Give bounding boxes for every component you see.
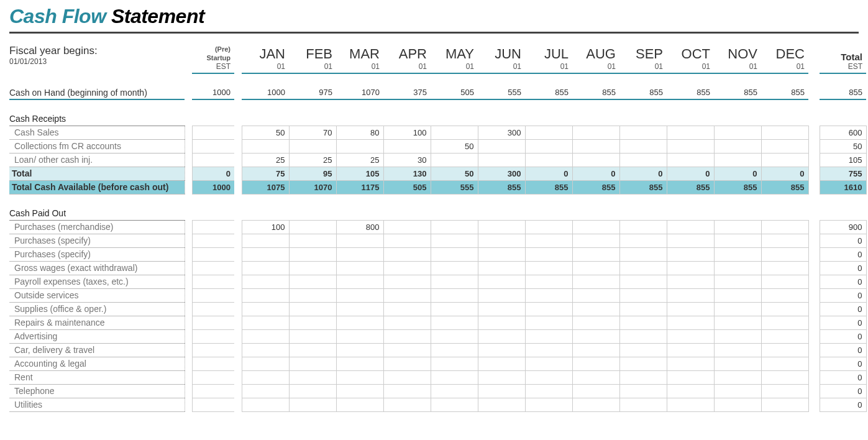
cell[interactable] <box>572 357 619 370</box>
cell[interactable] <box>289 139 336 153</box>
cell[interactable] <box>192 329 234 343</box>
cell-total[interactable]: 0 <box>820 288 866 302</box>
cell[interactable]: 25 <box>336 153 383 167</box>
cell[interactable] <box>761 288 808 302</box>
cell[interactable] <box>431 370 478 384</box>
cell[interactable] <box>619 357 667 370</box>
cell[interactable] <box>714 288 761 302</box>
cell[interactable] <box>336 261 383 275</box>
cell[interactable] <box>525 316 572 329</box>
cell[interactable] <box>478 139 525 153</box>
cell[interactable] <box>431 398 478 411</box>
cell[interactable] <box>383 343 431 357</box>
cell[interactable] <box>525 370 572 384</box>
cell[interactable] <box>761 329 808 343</box>
cell[interactable] <box>572 302 619 316</box>
cell[interactable] <box>714 343 761 357</box>
cell[interactable] <box>242 329 289 343</box>
cell[interactable] <box>478 288 525 302</box>
cell[interactable] <box>714 329 761 343</box>
cell[interactable] <box>289 288 336 302</box>
cell[interactable] <box>761 126 808 139</box>
cell[interactable] <box>667 247 714 261</box>
cell[interactable] <box>619 343 667 357</box>
cell[interactable] <box>431 220 478 234</box>
cell[interactable] <box>761 343 808 357</box>
cell[interactable] <box>192 302 234 316</box>
cell[interactable] <box>572 139 619 153</box>
cell[interactable] <box>242 384 289 398</box>
cell[interactable] <box>242 357 289 370</box>
cell-total[interactable]: 0 <box>820 234 866 247</box>
cell[interactable]: 70 <box>289 126 336 139</box>
cell[interactable] <box>242 370 289 384</box>
cell-total[interactable]: 0 <box>820 357 866 370</box>
cell[interactable] <box>572 343 619 357</box>
cell[interactable] <box>525 384 572 398</box>
cell[interactable] <box>192 370 234 384</box>
cell[interactable] <box>619 329 667 343</box>
cell[interactable] <box>289 302 336 316</box>
cell[interactable] <box>572 234 619 247</box>
cell[interactable] <box>619 234 667 247</box>
cell[interactable] <box>431 316 478 329</box>
cell-total[interactable]: 50 <box>820 139 866 153</box>
cell[interactable] <box>192 139 234 153</box>
cell[interactable] <box>667 329 714 343</box>
cell[interactable] <box>192 288 234 302</box>
cell[interactable]: 100 <box>383 126 431 139</box>
cell[interactable] <box>619 384 667 398</box>
cell[interactable] <box>761 398 808 411</box>
cell[interactable] <box>572 126 619 139</box>
cell[interactable] <box>714 153 761 167</box>
cell[interactable] <box>192 153 234 167</box>
cell[interactable] <box>383 220 431 234</box>
cell-total[interactable]: 600 <box>820 126 866 139</box>
cell[interactable] <box>619 139 667 153</box>
cell[interactable] <box>525 343 572 357</box>
cell[interactable] <box>383 370 431 384</box>
cell[interactable] <box>336 302 383 316</box>
cell[interactable] <box>289 234 336 247</box>
cell[interactable] <box>761 275 808 288</box>
cell[interactable] <box>289 220 336 234</box>
cell[interactable] <box>619 302 667 316</box>
cell[interactable] <box>619 126 667 139</box>
cell[interactable] <box>714 234 761 247</box>
cell[interactable] <box>242 234 289 247</box>
cell[interactable] <box>761 357 808 370</box>
cell[interactable] <box>336 370 383 384</box>
cell[interactable] <box>242 302 289 316</box>
cell[interactable] <box>383 316 431 329</box>
cell[interactable] <box>383 139 431 153</box>
cell[interactable] <box>431 275 478 288</box>
cell[interactable] <box>431 234 478 247</box>
cell[interactable] <box>431 384 478 398</box>
cell[interactable] <box>761 247 808 261</box>
cell[interactable] <box>667 316 714 329</box>
cell[interactable] <box>289 370 336 384</box>
cell[interactable] <box>478 153 525 167</box>
cell[interactable] <box>431 261 478 275</box>
cell[interactable] <box>383 302 431 316</box>
cell[interactable] <box>242 343 289 357</box>
cell[interactable] <box>336 398 383 411</box>
cell[interactable] <box>714 139 761 153</box>
cell[interactable] <box>619 316 667 329</box>
cell[interactable] <box>667 384 714 398</box>
cell[interactable]: 300 <box>478 126 525 139</box>
cell[interactable] <box>667 357 714 370</box>
cell[interactable] <box>478 329 525 343</box>
cell[interactable] <box>714 316 761 329</box>
cell[interactable]: 50 <box>242 126 289 139</box>
cell[interactable] <box>619 370 667 384</box>
cell-total[interactable]: 0 <box>820 384 866 398</box>
cell[interactable] <box>478 398 525 411</box>
cell[interactable] <box>667 234 714 247</box>
cell[interactable] <box>289 398 336 411</box>
cell-total[interactable]: 105 <box>820 153 866 167</box>
cell[interactable] <box>525 329 572 343</box>
cell[interactable] <box>714 247 761 261</box>
cell[interactable] <box>192 343 234 357</box>
cell[interactable] <box>525 234 572 247</box>
